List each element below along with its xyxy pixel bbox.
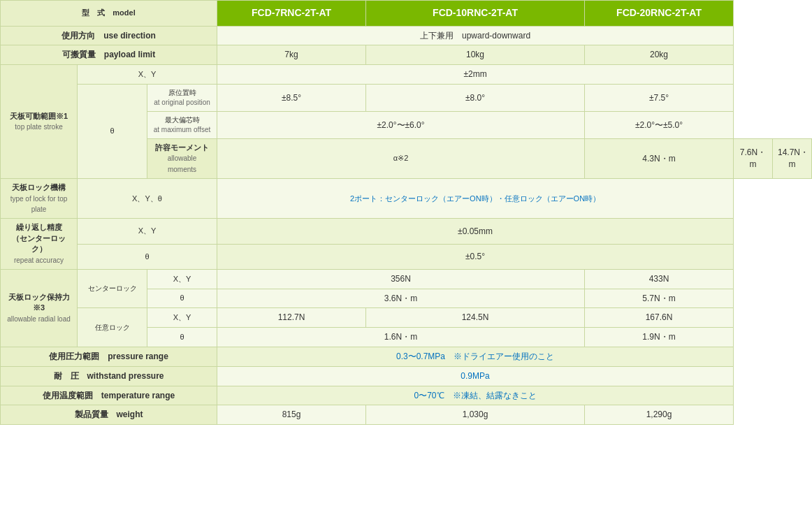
col3-header: FCD-20RNC-2T-AT xyxy=(585,1,734,27)
orig-val3: ±7.5° xyxy=(585,84,734,111)
lock-label: 天板ロック機構 type of lock for top plate xyxy=(1,179,78,219)
use-direction-value: 上下兼用 upward-downward xyxy=(217,26,734,45)
col2-header: FCD-10RNC-2T-AT xyxy=(366,1,585,27)
model-header-label: 型 式 model xyxy=(1,1,217,27)
lock-value: 2ポート：センターロック（エアーON時）・任意ロック（エアーON時） xyxy=(217,179,734,219)
arb-xy-val2: 124.5N xyxy=(366,308,585,328)
arb-xy-val3: 167.6N xyxy=(585,308,734,328)
weight-val1: 815g xyxy=(217,405,366,425)
arb-theta-val3: 1.9N・m xyxy=(585,328,734,347)
payload-val2: 10kg xyxy=(366,45,585,65)
arb-xy-label: X、Y xyxy=(147,308,217,328)
payload-val3: 20kg xyxy=(585,45,734,65)
max-val12: ±2.0°〜±6.0° xyxy=(217,111,585,138)
pressure-label: 使用圧力範囲 pressure range xyxy=(1,347,217,367)
lock-sub: X、Y、θ xyxy=(78,179,217,219)
maxoffset-label: 最大偏芯時 at maximum offset xyxy=(147,111,217,138)
arb-theta-val12: 1.6N・m xyxy=(217,328,585,347)
spec-table: 型 式 model FCD-7RNC-2T-AT FCD-10RNC-2T-AT… xyxy=(0,0,812,425)
repeat-theta-value: ±0.5° xyxy=(217,244,734,269)
weight-label: 製品質量 weight xyxy=(1,405,217,425)
arb-xy-val1: 112.7N xyxy=(217,308,366,328)
original-pos-label: 原位置時 at original position xyxy=(147,84,217,111)
center-theta-label: θ xyxy=(147,289,217,308)
pressure-value: 0.3〜0.7MPa ※ドライエアー使用のこと xyxy=(217,347,734,367)
xy-value: ±2mm xyxy=(217,65,734,85)
orig-val1: ±8.5° xyxy=(217,84,366,111)
moment-val1: 4.3N・m xyxy=(585,138,734,178)
moment-val2: 7.6N・m xyxy=(734,138,773,178)
center-lock-label: センターロック xyxy=(78,269,147,308)
max-val3: ±2.0°〜±5.0° xyxy=(585,111,734,138)
repeat-xy-label: X、Y xyxy=(78,219,217,244)
weight-val2: 1,030g xyxy=(366,405,585,425)
center-theta-val3: 5.7N・m xyxy=(585,289,734,308)
arb-lock-label: 任意ロック xyxy=(78,308,147,347)
weight-val3: 1,290g xyxy=(585,405,734,425)
moment-label: 許容モーメント allowable moments xyxy=(147,138,217,178)
xy-label: X、Y xyxy=(78,65,217,85)
hold-label: 天板ロック保持力※3 allowable radial load xyxy=(1,269,78,347)
stroke-label: 天板可動範囲※1 top plate stroke xyxy=(1,65,78,179)
withstand-value: 0.9MPa xyxy=(217,366,734,386)
center-xy-val12: 356N xyxy=(217,269,585,289)
temp-value: 0〜70℃ ※凍結、結露なきこと xyxy=(217,386,734,405)
moment-sub: α※2 xyxy=(217,138,585,178)
use-direction-label: 使用方向 use direction xyxy=(1,26,217,45)
payload-val1: 7kg xyxy=(217,45,366,65)
withstand-label: 耐 圧 withstand pressure xyxy=(1,366,217,386)
repeat-xy-value: ±0.05mm xyxy=(217,219,734,244)
center-theta-val12: 3.6N・m xyxy=(217,289,585,308)
payload-label: 可搬質量 payload limit xyxy=(1,45,217,65)
temp-label: 使用温度範囲 temperature range xyxy=(1,386,217,405)
col1-header: FCD-7RNC-2T-AT xyxy=(217,1,366,27)
repeat-label: 繰り返し精度 （センターロック） repeat accuracy xyxy=(1,219,78,270)
spec-table-wrapper: 型 式 model FCD-7RNC-2T-AT FCD-10RNC-2T-AT… xyxy=(0,0,812,425)
repeat-theta-label: θ xyxy=(78,244,217,269)
theta-label: θ xyxy=(78,84,147,178)
orig-val2: ±8.0° xyxy=(366,84,585,111)
center-xy-label: X、Y xyxy=(147,269,217,289)
center-xy-val3: 433N xyxy=(585,269,734,289)
moment-val3: 14.7N・m xyxy=(773,138,812,178)
arb-theta-label: θ xyxy=(147,328,217,347)
